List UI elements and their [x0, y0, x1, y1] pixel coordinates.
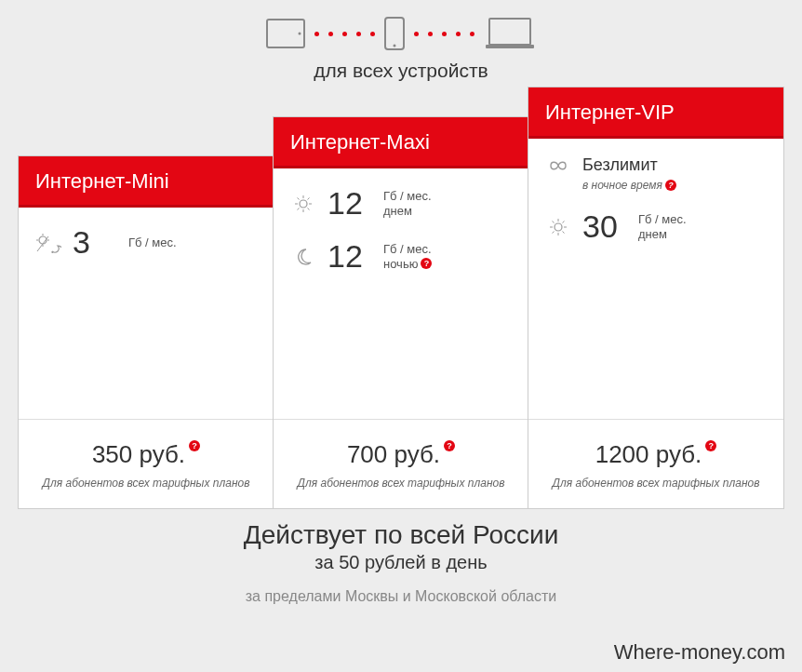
- footer-sub2: за пределами Москвы и Московской области: [0, 588, 802, 605]
- unlimited-sub: в ночное время ?: [582, 179, 767, 192]
- sun-icon: [290, 193, 316, 215]
- data-row-unlimited: Безлимит: [545, 155, 767, 175]
- info-icon[interactable]: ?: [421, 258, 432, 269]
- moon-icon: [290, 247, 316, 267]
- data-unit: Гб / мес. ночью?: [383, 242, 432, 271]
- plan-title: Интернет-VIP: [528, 87, 783, 139]
- plan-body: 3 Гб / мес.: [19, 208, 274, 419]
- tablet-icon: [266, 19, 305, 48]
- plan-footer-sub: Для абонентов всех тарифных планов: [33, 477, 259, 490]
- info-icon[interactable]: ?: [665, 180, 676, 191]
- connector-dots: [414, 32, 475, 36]
- plan-price: 350 руб. ?: [92, 440, 200, 469]
- plan-body: Безлимит в ночное время ? 30 Гб / мес. д…: [528, 139, 783, 419]
- data-unit: Гб / мес. днем: [383, 189, 432, 218]
- plan-footer-sub: Для абонентов всех тарифных планов: [543, 477, 769, 490]
- data-amount: 3: [73, 224, 117, 261]
- footer-title: Действует по всей России: [0, 520, 802, 550]
- device-icons-row: [0, 0, 802, 50]
- data-row-day: 30 Гб / мес. днем: [545, 208, 767, 245]
- svg-rect-5: [486, 45, 534, 48]
- watermark: Where-money.com: [614, 640, 785, 665]
- unlimited-label: Безлимит: [582, 155, 658, 175]
- plan-card-maxi: Интернет-Maxi 12 Гб / мес. днем 12 Гб / …: [273, 116, 529, 509]
- phone-icon: [384, 17, 405, 50]
- data-row-day: 12 Гб / мес. днем: [290, 185, 512, 222]
- connector-dots: [314, 32, 375, 36]
- plan-footer: 350 руб. ? Для абонентов всех тарифных п…: [19, 419, 274, 508]
- svg-line-29: [563, 221, 565, 222]
- data-row-night: 12 Гб / мес. ночью?: [290, 238, 512, 275]
- data-amount: 12: [327, 238, 372, 275]
- info-icon[interactable]: ?: [444, 440, 455, 451]
- svg-line-27: [563, 231, 565, 233]
- sun-moon-icon: [35, 233, 61, 253]
- footer-sub1: за 50 рублей в день: [0, 552, 802, 573]
- plan-body: 12 Гб / мес. днем 12 Гб / мес. ночью?: [274, 168, 528, 419]
- svg-point-1: [299, 33, 301, 35]
- svg-line-20: [308, 197, 310, 199]
- info-icon[interactable]: ?: [189, 440, 200, 451]
- svg-line-26: [553, 221, 555, 222]
- info-icon[interactable]: ?: [705, 440, 716, 451]
- svg-line-19: [298, 208, 300, 209]
- plan-price: 1200 руб. ?: [595, 440, 717, 469]
- svg-point-3: [394, 45, 396, 47]
- plan-price: 700 руб. ?: [347, 440, 455, 469]
- plan-title: Интернет-Maxi: [274, 117, 528, 168]
- plan-card-vip: Интернет-VIP Безлимит в ночное время ? 3…: [528, 87, 784, 509]
- svg-point-21: [555, 223, 562, 231]
- plan-footer: 700 руб. ? Для абонентов всех тарифных п…: [274, 419, 528, 508]
- plans-container: Интернет-Mini 3 Гб / мес. 350 руб. ? Для…: [0, 87, 802, 509]
- sun-icon: [545, 216, 571, 238]
- infinity-icon: [545, 158, 571, 173]
- plan-card-mini: Интернет-Mini 3 Гб / мес. 350 руб. ? Для…: [18, 155, 274, 509]
- svg-line-18: [308, 208, 310, 209]
- devices-caption: для всех устройств: [0, 60, 802, 82]
- plan-footer: 1200 руб. ? Для абонентов всех тарифных …: [528, 419, 783, 508]
- data-unit: Гб / мес.: [128, 235, 177, 250]
- footer: Действует по всей России за 50 рублей в …: [0, 520, 802, 605]
- data-row: 3 Гб / мес.: [35, 224, 257, 261]
- data-unit: Гб / мес. днем: [638, 212, 687, 241]
- svg-line-17: [298, 197, 300, 199]
- data-amount: 30: [582, 208, 627, 245]
- laptop-icon: [484, 17, 536, 50]
- plan-title: Интернет-Mini: [19, 156, 274, 208]
- plan-footer-sub: Для абонентов всех тарифных планов: [288, 477, 514, 490]
- svg-point-12: [300, 200, 307, 208]
- svg-rect-4: [489, 19, 530, 45]
- svg-line-28: [553, 231, 555, 233]
- data-amount: 12: [327, 185, 372, 222]
